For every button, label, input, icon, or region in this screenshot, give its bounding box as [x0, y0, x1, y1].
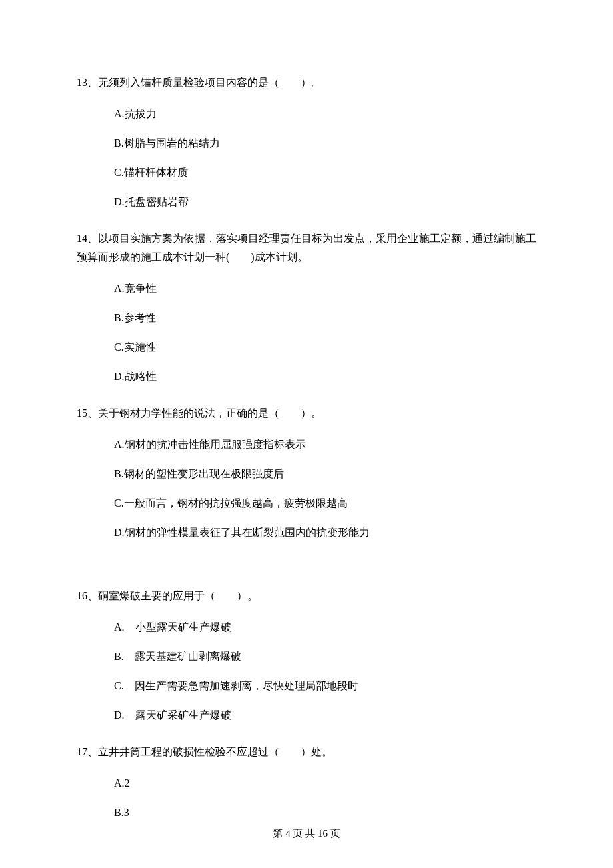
question-stem: 17、立井井筒工程的破损性检验不应超过（ ）处。: [77, 743, 536, 761]
option-a: A.2: [77, 776, 536, 791]
question-text: 以项目实施方案为依据，落实项目经理责任目标为出发点，采用企业施工定额，通过编制施…: [77, 233, 536, 263]
option-a: A.抗拔力: [77, 107, 536, 121]
page-footer: 第 4 页 共 16 页: [0, 827, 613, 840]
option-a: A.钢材的抗冲击性能用屈服强度指标表示: [77, 437, 536, 452]
question-15: 15、关于钢材力学性能的说法，正确的是（ ）。 A.钢材的抗冲击性能用屈服强度指…: [77, 404, 536, 540]
question-text: 无须列入锚杆质量检验项目内容的是（ ）。: [98, 77, 322, 88]
page-container: 13、无须列入锚杆质量检验项目内容的是（ ）。 A.抗拔力 B.树脂与围岩的粘结…: [0, 0, 613, 868]
question-stem: 15、关于钢材力学性能的说法，正确的是（ ）。: [77, 404, 536, 423]
option-b: B. 露天基建矿山剥离爆破: [77, 649, 536, 664]
option-b: B.钢材的塑性变形出现在极限强度后: [77, 467, 536, 481]
question-number: 13、: [77, 77, 98, 88]
option-d: D.托盘密贴岩帮: [77, 195, 536, 209]
option-a: A. 小型露天矿生产爆破: [77, 620, 536, 635]
spacer: [77, 560, 536, 587]
question-number: 15、: [77, 407, 98, 419]
question-stem: 16、硐室爆破主要的应用于（ ）。: [77, 587, 536, 605]
question-text: 关于钢材力学性能的说法，正确的是（ ）。: [98, 407, 322, 419]
question-16: 16、硐室爆破主要的应用于（ ）。 A. 小型露天矿生产爆破 B. 露天基建矿山…: [77, 587, 536, 723]
option-c: C.实施性: [77, 340, 536, 355]
option-c: C. 因生产需要急需加速剥离，尽快处理局部地段时: [77, 679, 536, 693]
option-c: C.一般而言，钢材的抗拉强度越高，疲劳极限越高: [77, 496, 536, 511]
option-b: B.树脂与围岩的粘结力: [77, 136, 536, 151]
question-stem: 14、以项目实施方案为依据，落实项目经理责任目标为出发点，采用企业施工定额，通过…: [77, 229, 536, 267]
option-c: C.锚杆杆体材质: [77, 165, 536, 180]
option-d: D.钢材的弹性模量表征了其在断裂范围内的抗变形能力: [77, 525, 536, 540]
option-d: D.战略性: [77, 369, 536, 384]
question-13: 13、无须列入锚杆质量检验项目内容的是（ ）。 A.抗拔力 B.树脂与围岩的粘结…: [77, 73, 536, 209]
question-text: 硐室爆破主要的应用于（ ）。: [98, 590, 258, 601]
question-number: 17、: [77, 746, 98, 757]
question-number: 14、: [77, 233, 98, 244]
question-17: 17、立井井筒工程的破损性检验不应超过（ ）处。 A.2 B.3: [77, 743, 536, 820]
option-a: A.竞争性: [77, 281, 536, 296]
question-text: 立井井筒工程的破损性检验不应超过（ ）处。: [98, 746, 332, 757]
question-14: 14、以项目实施方案为依据，落实项目经理责任目标为出发点，采用企业施工定额，通过…: [77, 229, 536, 384]
question-stem: 13、无须列入锚杆质量检验项目内容的是（ ）。: [77, 73, 536, 92]
option-d: D. 露天矿采矿生产爆破: [77, 708, 536, 723]
option-b: B.3: [77, 805, 536, 820]
question-number: 16、: [77, 590, 98, 601]
option-b: B.参考性: [77, 311, 536, 325]
